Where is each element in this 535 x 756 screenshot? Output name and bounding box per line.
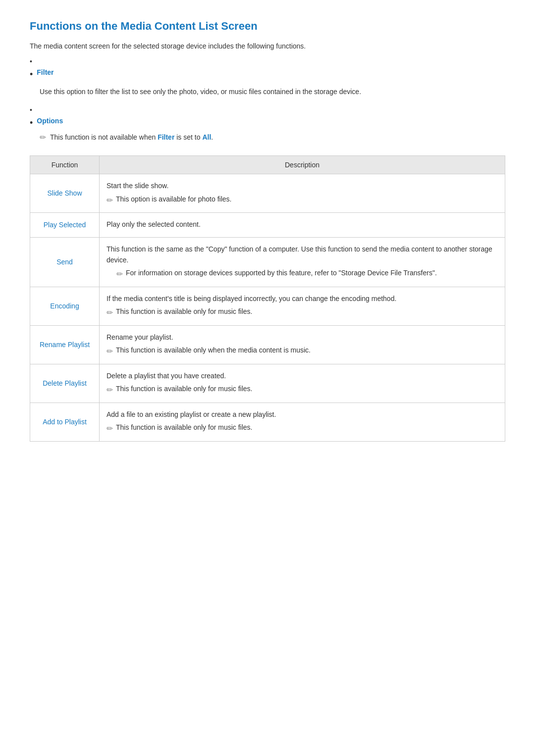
pencil-icon: ✏ (40, 133, 46, 142)
options-note-text: This function is not available when Filt… (50, 132, 213, 143)
intro-text: The media content screen for the selecte… (30, 41, 505, 51)
desc-add-to-playlist: Add a file to an existing playlist or cr… (100, 403, 505, 441)
pencil-icon: ✏ (107, 194, 113, 207)
desc-encoding: If the media content's title is being di… (100, 287, 505, 325)
page-title: Functions on the Media Content List Scre… (30, 20, 505, 33)
bullet-dot-options: • (30, 117, 33, 129)
pencil-icon: ✏ (107, 384, 113, 397)
note-rename-playlist: ✏ This function is available only when t… (107, 345, 498, 358)
table-row: Rename Playlist Rename your playlist. ✏ … (30, 325, 505, 364)
function-delete-playlist[interactable]: Delete Playlist (30, 364, 100, 403)
table-header-row: Function Description (30, 156, 505, 174)
note-encoding: ✏ This function is available only for mu… (107, 306, 498, 319)
filter-bullet: • Filter Use this option to filter the l… (30, 57, 505, 101)
pencil-icon: ✏ (116, 268, 123, 281)
filter-description: Use this option to filter the list to se… (40, 86, 505, 97)
table-row: Encoding If the media content's title is… (30, 287, 505, 325)
table-row: Add to Playlist Add a file to an existin… (30, 403, 505, 441)
function-add-to-playlist[interactable]: Add to Playlist (30, 403, 100, 441)
table-row: Send This function is the same as the "C… (30, 237, 505, 287)
note-add-to-playlist: ✏ This function is available only for mu… (107, 422, 498, 435)
functions-table: Function Description Slide Show Start th… (30, 155, 505, 442)
note-send: ✏ For information on storage devices sup… (116, 267, 498, 281)
note-delete-playlist: ✏ This function is available only for mu… (107, 383, 498, 397)
options-note-row: ✏ This function is not available when Fi… (40, 132, 505, 143)
function-encoding[interactable]: Encoding (30, 287, 100, 325)
function-rename-playlist[interactable]: Rename Playlist (30, 325, 100, 364)
function-slide-show[interactable]: Slide Show (30, 174, 100, 213)
filter-link[interactable]: Filter (37, 68, 54, 76)
bullet-list: • Filter Use this option to filter the l… (30, 57, 505, 151)
note-slide-show: ✏ This option is available for photo fil… (107, 194, 498, 207)
col-description-header: Description (100, 156, 505, 174)
function-send[interactable]: Send (30, 237, 100, 287)
table-row: Play Selected Play only the selected con… (30, 213, 505, 237)
desc-play-selected: Play only the selected content. (100, 213, 505, 237)
desc-delete-playlist: Delete a playlist that you have created.… (100, 364, 505, 403)
pencil-icon: ✏ (107, 306, 113, 319)
function-play-selected[interactable]: Play Selected (30, 213, 100, 237)
desc-rename-playlist: Rename your playlist. ✏ This function is… (100, 325, 505, 364)
options-link[interactable]: Options (37, 117, 63, 125)
desc-slide-show: Start the slide show. ✏ This option is a… (100, 174, 505, 213)
pencil-icon: ✏ (107, 345, 113, 358)
options-bullet: • Options ✏ This function is not availab… (30, 106, 505, 151)
desc-send: This function is the same as the "Copy" … (100, 237, 505, 287)
col-function-header: Function (30, 156, 100, 174)
pencil-icon: ✏ (107, 422, 113, 435)
bullet-dot-filter: • (30, 68, 33, 81)
table-row: Slide Show Start the slide show. ✏ This … (30, 174, 505, 213)
table-row: Delete Playlist Delete a playlist that y… (30, 364, 505, 403)
